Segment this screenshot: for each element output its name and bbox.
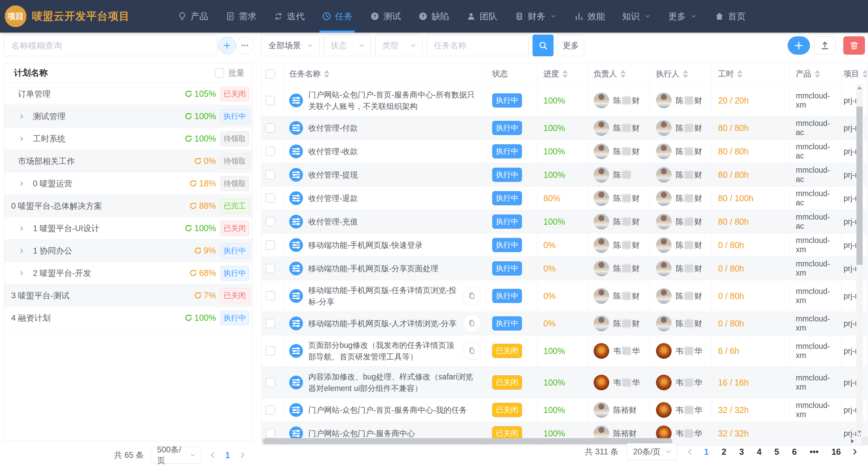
task-name-cell[interactable]: 移动端功能-手机网页版-人才详情浏览-分享 (283, 312, 486, 335)
nav-item-效能[interactable]: 效能 (574, 0, 605, 33)
row-checkbox[interactable] (266, 147, 275, 156)
expand-chevron-icon[interactable] (18, 269, 25, 277)
nav-item-首页[interactable]: 首页 (714, 0, 746, 33)
plan-list-item[interactable]: 测试管理100%执行中 (4, 105, 252, 128)
task-name-cell[interactable]: 门户网站-众包门户-首页-服务商中心-所有数据只关联个人账号，不关联组织架构 (283, 85, 486, 116)
plan-list-item[interactable]: 3 唛盟平台-测试7%已关闭 (4, 284, 252, 307)
plan-page-1[interactable]: 1 (224, 450, 231, 460)
search-button[interactable] (533, 35, 554, 56)
row-checkbox[interactable] (266, 291, 275, 301)
task-name-input[interactable] (427, 35, 528, 56)
nav-item-测试[interactable]: ?测试 (370, 0, 401, 33)
row-checkbox[interactable] (266, 405, 275, 415)
row-checkbox[interactable] (266, 193, 275, 203)
expand-chevron-icon[interactable] (18, 247, 25, 255)
select-all-checkbox[interactable] (266, 69, 275, 79)
column-header-负责人[interactable]: 负责人 (587, 63, 650, 85)
row-checkbox[interactable] (266, 217, 275, 226)
task-name-cell[interactable]: 门户网站-众包门户-首页-服务商中心-我的任务 (283, 398, 486, 422)
task-page-size-select[interactable]: 20条/页 (626, 443, 677, 460)
row-checkbox[interactable] (266, 429, 275, 438)
row-checkbox[interactable] (266, 170, 275, 180)
task-name-cell[interactable]: 页面部分bug修改（我发布的任务详情页顶部导航、首页研发管理工具等） (283, 335, 486, 367)
nav-item-知识[interactable]: 知识 (622, 0, 651, 33)
sort-icon[interactable] (863, 70, 867, 78)
sort-icon[interactable] (737, 70, 742, 78)
scroll-right-arrow-icon[interactable] (851, 439, 854, 443)
nav-item-产品[interactable]: 产品 (177, 0, 208, 33)
plan-list-item[interactable]: 工时系统100%待领取 (4, 128, 252, 150)
add-plan-button[interactable] (218, 37, 236, 54)
sort-icon[interactable] (683, 70, 688, 78)
page-number-1[interactable]: 1 (702, 447, 710, 457)
page-number-16[interactable]: 16 (830, 447, 842, 457)
row-checkbox[interactable] (266, 378, 275, 387)
sort-icon[interactable] (815, 70, 820, 78)
task-next-page-button[interactable] (850, 447, 859, 456)
task-name-cell[interactable]: 移动端功能-手机网页版-分享页面处理 (283, 257, 486, 280)
scroll-down-arrow-icon[interactable] (857, 431, 862, 434)
nav-item-财务[interactable]: 财务 (514, 0, 557, 33)
plan-list-item[interactable]: 1 唛盟平台-UI设计100%已关闭 (4, 217, 252, 240)
page-number-6[interactable]: 6 (791, 447, 798, 457)
column-header-执行人[interactable]: 执行人 (650, 63, 712, 85)
row-checkbox[interactable] (266, 240, 275, 250)
expand-chevron-icon[interactable] (18, 225, 25, 232)
scene-select[interactable]: 全部场景 (261, 35, 320, 56)
task-prev-page-button[interactable] (686, 447, 694, 456)
plan-more-button[interactable] (236, 37, 254, 54)
page-number-2[interactable]: 2 (720, 447, 728, 457)
task-name-cell[interactable]: 收付管理-充值 (283, 210, 486, 233)
column-header-状态[interactable]: 状态 (486, 63, 537, 85)
delete-button[interactable] (843, 36, 865, 55)
page-number-3[interactable]: 3 (738, 447, 745, 457)
column-header-任务名称[interactable]: 任务名称 (283, 63, 486, 85)
copy-task-button[interactable] (463, 287, 481, 305)
nav-item-需求[interactable]: 需求 (225, 0, 256, 33)
nav-item-任务[interactable]: 任务 (322, 0, 353, 33)
add-task-button[interactable] (788, 36, 810, 55)
scroll-up-arrow-icon[interactable] (857, 86, 862, 89)
copy-task-button[interactable] (463, 314, 481, 333)
plan-next-page-button[interactable] (238, 451, 247, 460)
row-checkbox[interactable] (266, 264, 275, 273)
task-name-cell[interactable]: 收付管理-提现 (283, 163, 486, 187)
plan-list-item[interactable]: 0 唛盟平台-总体解决方案88%已完工 (4, 195, 252, 217)
nav-item-团队[interactable]: 团队 (466, 0, 497, 33)
plan-list-item[interactable]: 1 协同办公9%执行中 (4, 240, 252, 262)
expand-chevron-icon[interactable] (18, 113, 25, 120)
batch-checkbox[interactable] (215, 68, 224, 78)
sort-icon[interactable] (620, 70, 626, 78)
export-button[interactable] (814, 36, 836, 55)
sort-icon[interactable] (562, 70, 568, 78)
plan-list-item[interactable]: 订单管理105%已关闭 (4, 83, 252, 105)
nav-item-缺陷[interactable]: ?缺陷 (418, 0, 449, 33)
task-name-cell[interactable]: 移动端功能-手机网页版-任务详情页浏览-投标-分享 (283, 280, 486, 312)
task-name-cell[interactable]: 收付管理-退款 (283, 187, 486, 210)
plan-list-item[interactable]: 市场部相关工作0%待领取 (4, 150, 252, 172)
type-filter-select[interactable]: 类型 (375, 35, 423, 56)
column-header-工时[interactable]: 工时 (712, 63, 790, 85)
status-filter-select[interactable]: 状态 (324, 35, 371, 56)
nav-item-迭代[interactable]: 迭代 (273, 0, 305, 33)
page-number-5[interactable]: 5 (773, 447, 780, 457)
task-name-cell[interactable]: 收付管理-付款 (283, 116, 486, 140)
more-filters-button[interactable]: 更多 (558, 35, 584, 56)
row-checkbox[interactable] (266, 96, 275, 105)
plan-list-item[interactable]: 4 融资计划100%执行中 (4, 307, 252, 329)
task-name-cell[interactable]: 收付管理-收款 (283, 140, 486, 163)
vertical-scrollbar-thumb[interactable] (856, 107, 863, 265)
plan-prev-page-button[interactable] (208, 451, 217, 460)
plan-list-item[interactable]: 2 唛盟平台-开发68%执行中 (4, 262, 252, 284)
expand-chevron-icon[interactable] (18, 180, 25, 187)
row-checkbox[interactable] (266, 123, 275, 133)
task-name-cell[interactable]: 移动端功能-手机网页版-快速登录 (283, 233, 486, 257)
page-number-4[interactable]: 4 (755, 447, 763, 457)
row-checkbox[interactable] (266, 346, 275, 356)
expand-chevron-icon[interactable] (18, 135, 25, 143)
plan-list-item[interactable]: 0 唛盟运营18%待领取 (4, 172, 252, 195)
copy-task-button[interactable] (463, 342, 481, 360)
row-checkbox[interactable] (266, 319, 275, 328)
column-header-项目[interactable]: 项目 (842, 63, 867, 85)
column-header-进度[interactable]: 进度 (537, 63, 587, 85)
